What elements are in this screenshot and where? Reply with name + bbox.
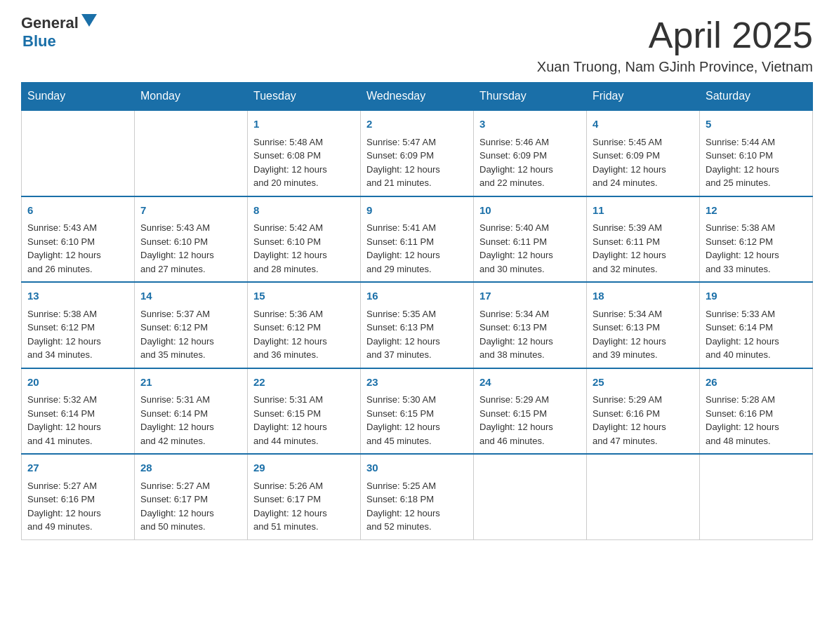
calendar-cell-week2-day0: 6Sunrise: 5:43 AMSunset: 6:10 PMDaylight… — [22, 196, 135, 283]
day-info: Sunrise: 5:48 AMSunset: 6:08 PMDaylight:… — [253, 135, 355, 190]
calendar-cell-week4-day0: 20Sunrise: 5:32 AMSunset: 6:14 PMDayligh… — [22, 368, 135, 455]
day-number: 6 — [27, 203, 128, 219]
calendar-cell-week2-day1: 7Sunrise: 5:43 AMSunset: 6:10 PMDaylight… — [135, 196, 248, 283]
weekday-header-tuesday: Tuesday — [248, 83, 361, 111]
day-info: Sunrise: 5:34 AMSunset: 6:13 PMDaylight:… — [593, 307, 694, 362]
day-info: Sunrise: 5:31 AMSunset: 6:15 PMDaylight:… — [253, 393, 355, 448]
weekday-header-wednesday: Wednesday — [361, 83, 474, 111]
day-info: Sunrise: 5:27 AMSunset: 6:16 PMDaylight:… — [27, 479, 128, 534]
day-number: 28 — [140, 460, 241, 476]
day-info: Sunrise: 5:38 AMSunset: 6:12 PMDaylight:… — [706, 221, 807, 276]
day-number: 20 — [27, 375, 128, 391]
day-number: 1 — [253, 116, 355, 133]
calendar-cell-week1-day3: 2Sunrise: 5:47 AMSunset: 6:09 PMDaylight… — [361, 110, 474, 196]
logo: General Blue — [21, 14, 97, 51]
day-number: 18 — [593, 288, 694, 304]
day-number: 21 — [140, 375, 241, 391]
day-number: 4 — [593, 116, 694, 133]
calendar-week-1: 1Sunrise: 5:48 AMSunset: 6:08 PMDaylight… — [22, 110, 813, 196]
day-number: 13 — [27, 288, 128, 304]
day-info: Sunrise: 5:45 AMSunset: 6:09 PMDaylight:… — [593, 135, 694, 190]
day-info: Sunrise: 5:41 AMSunset: 6:11 PMDaylight:… — [366, 221, 468, 276]
day-number: 17 — [479, 288, 581, 304]
day-number: 25 — [593, 375, 694, 391]
calendar-cell-week5-day2: 29Sunrise: 5:26 AMSunset: 6:17 PMDayligh… — [248, 454, 361, 539]
calendar-cell-week3-day3: 16Sunrise: 5:35 AMSunset: 6:13 PMDayligh… — [361, 282, 474, 368]
calendar-cell-week5-day1: 28Sunrise: 5:27 AMSunset: 6:17 PMDayligh… — [135, 454, 248, 539]
day-info: Sunrise: 5:28 AMSunset: 6:16 PMDaylight:… — [706, 393, 807, 448]
day-info: Sunrise: 5:32 AMSunset: 6:14 PMDaylight:… — [27, 393, 128, 448]
day-info: Sunrise: 5:38 AMSunset: 6:12 PMDaylight:… — [27, 307, 128, 362]
day-number: 11 — [593, 203, 694, 219]
calendar-cell-week2-day3: 9Sunrise: 5:41 AMSunset: 6:11 PMDaylight… — [361, 196, 474, 283]
day-info: Sunrise: 5:30 AMSunset: 6:15 PMDaylight:… — [366, 393, 468, 448]
day-info: Sunrise: 5:46 AMSunset: 6:09 PMDaylight:… — [479, 135, 581, 190]
day-number: 24 — [479, 375, 581, 391]
day-number: 22 — [253, 375, 355, 391]
month-title: April 2025 — [537, 14, 813, 56]
day-number: 7 — [140, 203, 241, 219]
day-info: Sunrise: 5:37 AMSunset: 6:12 PMDaylight:… — [140, 307, 241, 362]
day-info: Sunrise: 5:42 AMSunset: 6:10 PMDaylight:… — [253, 221, 355, 276]
calendar-cell-week5-day5 — [587, 454, 700, 539]
calendar-cell-week2-day6: 12Sunrise: 5:38 AMSunset: 6:12 PMDayligh… — [700, 196, 813, 283]
day-info: Sunrise: 5:43 AMSunset: 6:10 PMDaylight:… — [27, 221, 128, 276]
calendar-cell-week3-day6: 19Sunrise: 5:33 AMSunset: 6:14 PMDayligh… — [700, 282, 813, 368]
weekday-header-friday: Friday — [587, 83, 700, 111]
calendar-cell-week5-day6 — [700, 454, 813, 539]
calendar-cell-week3-day1: 14Sunrise: 5:37 AMSunset: 6:12 PMDayligh… — [135, 282, 248, 368]
calendar-cell-week5-day4 — [474, 454, 587, 539]
calendar-cell-week1-day2: 1Sunrise: 5:48 AMSunset: 6:08 PMDaylight… — [248, 110, 361, 196]
day-number: 3 — [479, 116, 581, 133]
calendar-cell-week1-day5: 4Sunrise: 5:45 AMSunset: 6:09 PMDaylight… — [587, 110, 700, 196]
day-number: 29 — [253, 460, 355, 476]
weekday-header-thursday: Thursday — [474, 83, 587, 111]
day-number: 30 — [366, 460, 468, 476]
day-number: 5 — [706, 116, 807, 133]
day-number: 23 — [366, 375, 468, 391]
calendar-cell-week4-day4: 24Sunrise: 5:29 AMSunset: 6:15 PMDayligh… — [474, 368, 587, 455]
day-number: 19 — [706, 288, 807, 304]
calendar-cell-week4-day6: 26Sunrise: 5:28 AMSunset: 6:16 PMDayligh… — [700, 368, 813, 455]
day-info: Sunrise: 5:47 AMSunset: 6:09 PMDaylight:… — [366, 135, 468, 190]
calendar-week-2: 6Sunrise: 5:43 AMSunset: 6:10 PMDaylight… — [22, 196, 813, 283]
calendar-week-5: 27Sunrise: 5:27 AMSunset: 6:16 PMDayligh… — [22, 454, 813, 539]
weekday-header-saturday: Saturday — [700, 83, 813, 111]
day-info: Sunrise: 5:35 AMSunset: 6:13 PMDaylight:… — [366, 307, 468, 362]
day-number: 10 — [479, 203, 581, 219]
calendar-cell-week4-day1: 21Sunrise: 5:31 AMSunset: 6:14 PMDayligh… — [135, 368, 248, 455]
calendar-week-3: 13Sunrise: 5:38 AMSunset: 6:12 PMDayligh… — [22, 282, 813, 368]
logo-blue-text: Blue — [22, 32, 56, 51]
day-info: Sunrise: 5:33 AMSunset: 6:14 PMDaylight:… — [706, 307, 807, 362]
day-info: Sunrise: 5:25 AMSunset: 6:18 PMDaylight:… — [366, 479, 468, 534]
calendar-cell-week1-day0 — [22, 110, 135, 196]
day-info: Sunrise: 5:43 AMSunset: 6:10 PMDaylight:… — [140, 221, 241, 276]
calendar-cell-week1-day6: 5Sunrise: 5:44 AMSunset: 6:10 PMDaylight… — [700, 110, 813, 196]
calendar-cell-week5-day3: 30Sunrise: 5:25 AMSunset: 6:18 PMDayligh… — [361, 454, 474, 539]
day-number: 26 — [706, 375, 807, 391]
day-number: 2 — [366, 116, 468, 133]
logo-general-text: General — [21, 14, 79, 32]
calendar-cell-week2-day5: 11Sunrise: 5:39 AMSunset: 6:11 PMDayligh… — [587, 196, 700, 283]
calendar-table: SundayMondayTuesdayWednesdayThursdayFrid… — [21, 82, 813, 540]
svg-marker-0 — [81, 14, 97, 27]
title-section: April 2025 Xuan Truong, Nam GJinh Provin… — [537, 14, 813, 75]
page-header: General Blue April 2025 Xuan Truong, Nam… — [21, 14, 813, 75]
calendar-cell-week2-day2: 8Sunrise: 5:42 AMSunset: 6:10 PMDaylight… — [248, 196, 361, 283]
calendar-cell-week3-day2: 15Sunrise: 5:36 AMSunset: 6:12 PMDayligh… — [248, 282, 361, 368]
day-number: 12 — [706, 203, 807, 219]
day-info: Sunrise: 5:34 AMSunset: 6:13 PMDaylight:… — [479, 307, 581, 362]
day-info: Sunrise: 5:27 AMSunset: 6:17 PMDaylight:… — [140, 479, 241, 534]
day-number: 27 — [27, 460, 128, 476]
calendar-cell-week2-day4: 10Sunrise: 5:40 AMSunset: 6:11 PMDayligh… — [474, 196, 587, 283]
day-info: Sunrise: 5:29 AMSunset: 6:15 PMDaylight:… — [479, 393, 581, 448]
calendar-header-row: SundayMondayTuesdayWednesdayThursdayFrid… — [22, 83, 813, 111]
calendar-week-4: 20Sunrise: 5:32 AMSunset: 6:14 PMDayligh… — [22, 368, 813, 455]
day-info: Sunrise: 5:26 AMSunset: 6:17 PMDaylight:… — [253, 479, 355, 534]
day-number: 15 — [253, 288, 355, 304]
weekday-header-monday: Monday — [135, 83, 248, 111]
calendar-cell-week4-day2: 22Sunrise: 5:31 AMSunset: 6:15 PMDayligh… — [248, 368, 361, 455]
calendar-cell-week4-day3: 23Sunrise: 5:30 AMSunset: 6:15 PMDayligh… — [361, 368, 474, 455]
calendar-cell-week1-day4: 3Sunrise: 5:46 AMSunset: 6:09 PMDaylight… — [474, 110, 587, 196]
calendar-cell-week4-day5: 25Sunrise: 5:29 AMSunset: 6:16 PMDayligh… — [587, 368, 700, 455]
